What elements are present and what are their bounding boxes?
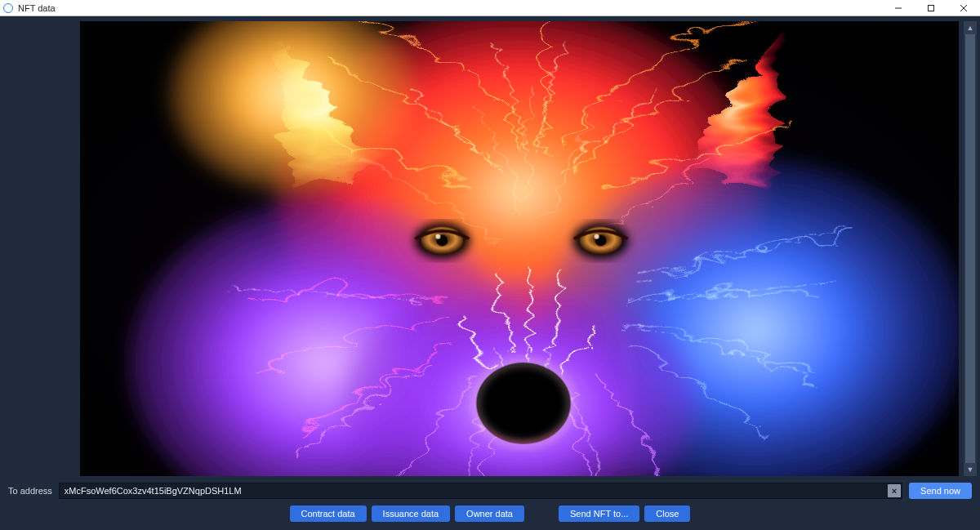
close-window-button[interactable]: [947, 0, 980, 16]
send-now-button[interactable]: Send now: [909, 483, 972, 499]
close-button[interactable]: Close: [644, 506, 690, 522]
svg-rect-1: [929, 5, 934, 11]
title-bar: NFT data: [0, 0, 980, 16]
svg-point-16: [435, 234, 440, 239]
app-icon: [3, 3, 13, 13]
data-buttons-group: Contract data Issuance data Owner data: [290, 506, 524, 522]
svg-point-17: [595, 234, 599, 239]
issuance-data-button[interactable]: Issuance data: [372, 506, 451, 522]
scroll-track[interactable]: [964, 34, 977, 463]
scroll-up-icon[interactable]: ▲: [964, 21, 977, 34]
address-row: To address × Send now: [0, 479, 980, 502]
window-title: NFT data: [18, 3, 56, 13]
to-address-label: To address: [8, 486, 52, 496]
scroll-thumb[interactable]: [965, 34, 975, 463]
minimize-button[interactable]: [882, 0, 915, 16]
action-buttons-group: Send NFT to... Close: [559, 506, 690, 522]
clear-input-button[interactable]: ×: [888, 484, 901, 497]
scroll-down-icon[interactable]: ▼: [964, 463, 977, 476]
content-area: ▲ ▼: [0, 16, 980, 479]
contract-data-button[interactable]: Contract data: [290, 506, 367, 522]
address-input-wrap: ×: [59, 483, 902, 499]
action-button-row: Contract data Issuance data Owner data S…: [0, 502, 980, 530]
owner-data-button[interactable]: Owner data: [455, 506, 524, 522]
vertical-scrollbar[interactable]: ▲ ▼: [964, 21, 977, 476]
maximize-button[interactable]: [915, 0, 947, 16]
to-address-input[interactable]: [59, 483, 902, 499]
send-nft-to-button[interactable]: Send NFT to...: [559, 506, 639, 522]
nft-image: [80, 21, 959, 476]
